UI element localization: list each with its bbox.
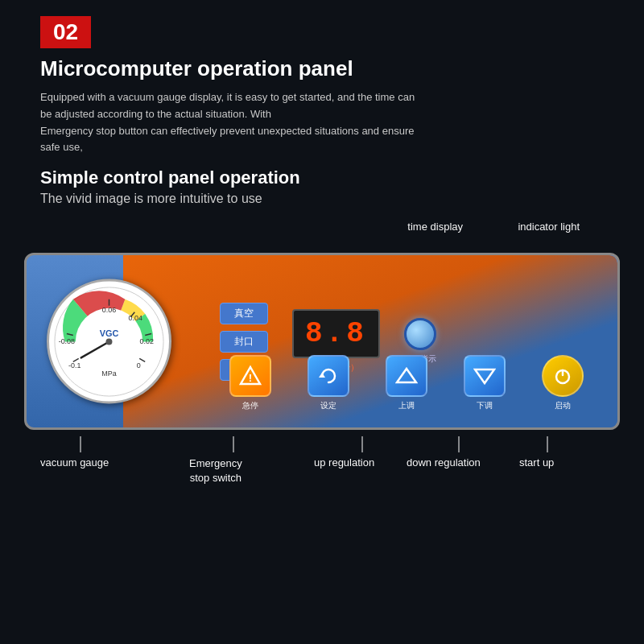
svg-marker-22 — [475, 369, 494, 383]
svg-marker-21 — [397, 369, 416, 382]
emergency-stop-label: 急停 — [242, 400, 258, 411]
desc-line1: Equipped with a vacuum gauge display, it… — [40, 91, 415, 103]
svg-text:MPa: MPa — [101, 369, 116, 378]
refresh-icon — [317, 365, 340, 387]
status-label-vacuum: 真空 — [220, 303, 268, 324]
gauge-outer: 0.06 0.04 0.02 0 -0.1 -0.08 VGC MPa — [47, 279, 171, 404]
vacuum-gauge-label: vacuum gauge — [40, 456, 109, 469]
svg-marker-20 — [319, 373, 325, 378]
main-title: Microcomputer operation panel — [40, 56, 604, 81]
indicator-light-label: indicator light — [518, 221, 580, 233]
set-button[interactable] — [308, 355, 349, 397]
warning-icon: ! — [239, 365, 262, 387]
description: Equipped with a vacuum gauge display, it… — [40, 89, 604, 156]
emergency-stop-button[interactable]: ! — [229, 355, 271, 397]
sub-description: The vivid image is more intuitive to use — [40, 192, 604, 206]
desc-line3: Emergency stop button can effectively pr… — [40, 125, 414, 137]
bottom-labels-section: vacuum gauge Emergencystop switch up reg… — [0, 436, 644, 533]
svg-text:-0.1: -0.1 — [68, 361, 80, 369]
svg-text:0.04: 0.04 — [129, 313, 142, 321]
header-section: 02 Microcomputer operation panel Equippe… — [0, 0, 644, 221]
page-container: 02 Microcomputer operation panel Equippe… — [0, 0, 644, 644]
indicator-circle — [404, 318, 436, 350]
emergency-stop-label-bottom: Emergencystop switch — [189, 456, 242, 485]
set-label: 设定 — [320, 400, 336, 411]
button-item-down: 下调 — [464, 355, 506, 411]
button-item-power: 启动 — [542, 355, 584, 411]
sub-title: Simple control panel operation — [40, 167, 604, 188]
svg-text:-0.08: -0.08 — [59, 337, 75, 345]
power-icon — [551, 365, 574, 387]
gauge-svg: 0.06 0.04 0.02 0 -0.1 -0.08 VGC MPa — [49, 281, 169, 402]
start-up-label-bottom: start up — [519, 456, 554, 469]
step-badge: 02 — [40, 16, 91, 48]
start-button[interactable] — [542, 355, 584, 397]
time-display-label: time display — [407, 221, 463, 233]
top-labels-area: time display indicator light — [24, 221, 620, 253]
buttons-row: ! 急停 设定 — [212, 355, 601, 411]
connector-lines-svg — [0, 436, 596, 533]
svg-text:!: ! — [249, 372, 252, 384]
up-arrow-icon — [395, 365, 418, 387]
svg-text:VGC: VGC — [100, 328, 119, 337]
svg-text:0.06: 0.06 — [102, 305, 116, 313]
panel-image: 0.06 0.04 0.02 0 -0.1 -0.08 VGC MPa — [24, 253, 620, 430]
desc-line2: be adjusted according to the actual situ… — [40, 108, 271, 120]
gauge-container: 0.06 0.04 0.02 0 -0.1 -0.08 VGC MPa — [47, 279, 171, 404]
down-regulation-button[interactable] — [464, 355, 506, 397]
svg-point-11 — [106, 338, 113, 345]
button-item-emergency: ! 急停 — [229, 355, 271, 411]
down-regulation-label: 下调 — [477, 400, 493, 411]
desc-line4: safe use, — [40, 141, 83, 153]
up-regulation-label-bottom: up regulation — [314, 456, 374, 469]
panel-wrapper: 0.06 0.04 0.02 0 -0.1 -0.08 VGC MPa — [24, 253, 620, 430]
svg-text:0.02: 0.02 — [139, 337, 153, 345]
button-item-up: 上调 — [386, 355, 427, 411]
start-label: 启动 — [555, 400, 571, 411]
down-regulation-label-bottom: down regulation — [407, 456, 481, 469]
up-regulation-label: 上调 — [398, 400, 415, 411]
status-label-seal: 封口 — [220, 331, 268, 353]
badge-number: 02 — [53, 19, 78, 44]
down-arrow-icon — [473, 365, 496, 387]
digit-display: 8.8 — [292, 309, 380, 358]
svg-text:0: 0 — [137, 361, 141, 369]
up-regulation-button[interactable] — [386, 355, 427, 397]
button-item-set: 设定 — [308, 355, 349, 411]
